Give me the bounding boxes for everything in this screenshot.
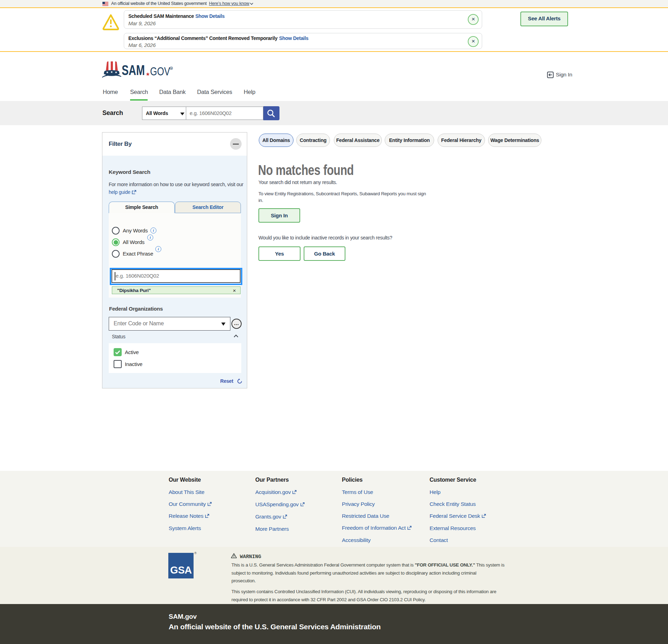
- svg-text:SAM: SAM: [122, 62, 145, 78]
- svg-text:R: R: [170, 67, 172, 69]
- svg-text:GOV: GOV: [150, 65, 170, 78]
